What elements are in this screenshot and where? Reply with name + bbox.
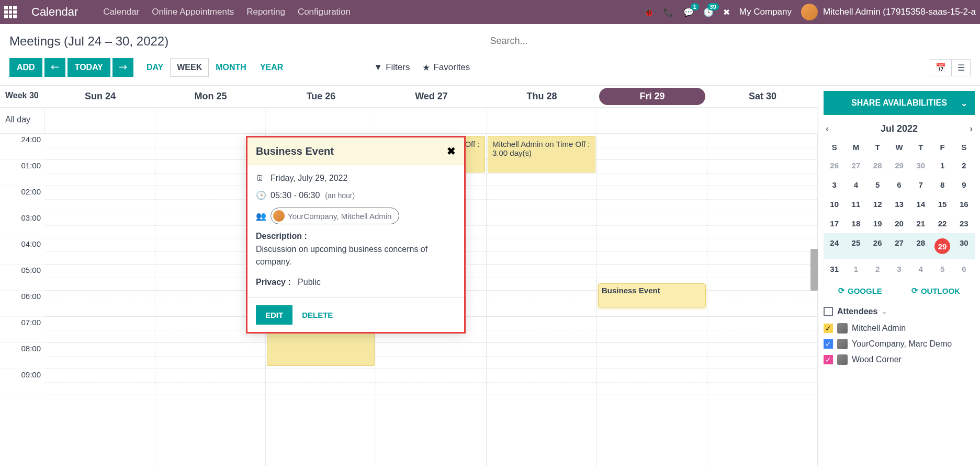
mini-cal-day[interactable]: 23 <box>953 214 975 233</box>
mini-cal-day[interactable]: 4 <box>845 175 866 194</box>
mini-cal-day[interactable]: 24 <box>824 233 845 259</box>
mini-cal-day[interactable]: 30 <box>910 156 931 175</box>
time-slot[interactable] <box>707 317 817 343</box>
time-slot[interactable] <box>487 291 596 317</box>
filters-button[interactable]: ▼Filters <box>374 62 410 73</box>
time-slot[interactable] <box>707 186 817 212</box>
mini-cal-day[interactable]: 5 <box>931 259 953 279</box>
mini-cal-day[interactable]: 1 <box>845 259 866 279</box>
user-menu[interactable]: Mitchell Admin (17915358-saas-15-2-a <box>801 4 976 20</box>
allday-cell[interactable] <box>707 108 818 133</box>
mini-cal-day[interactable]: 22 <box>931 214 953 233</box>
day-col-thu[interactable]: Mitchell Admin on Time Off : 3.00 day(s) <box>487 134 597 466</box>
time-slot[interactable] <box>597 160 707 186</box>
mini-cal-day[interactable]: 6 <box>888 175 910 194</box>
scrollbar[interactable] <box>810 249 818 291</box>
time-slot[interactable] <box>707 343 817 369</box>
mini-cal-day[interactable]: 17 <box>824 214 845 233</box>
mini-cal-day[interactable]: 25 <box>845 233 866 259</box>
list-view-button[interactable]: ☰ <box>952 59 971 76</box>
add-button[interactable]: ADD <box>9 58 42 77</box>
mini-cal-day[interactable]: 30 <box>953 233 975 259</box>
menu-reporting[interactable]: Reporting <box>246 7 285 17</box>
prev-button[interactable]: 🡐 <box>44 58 65 77</box>
allday-cell[interactable] <box>597 108 707 133</box>
edit-button[interactable]: EDIT <box>256 305 292 325</box>
time-slot[interactable] <box>487 343 596 369</box>
time-slot[interactable] <box>597 238 707 265</box>
mini-cal-day[interactable]: 26 <box>867 233 888 259</box>
mini-cal-day[interactable]: 8 <box>931 175 953 194</box>
time-slot[interactable] <box>376 369 486 395</box>
mini-cal-day[interactable]: 3 <box>824 175 845 194</box>
day-header-wed[interactable]: Wed 27 <box>376 86 487 107</box>
time-slot[interactable] <box>597 369 707 395</box>
time-slot[interactable] <box>45 369 155 395</box>
time-slot[interactable] <box>707 134 817 160</box>
time-slot[interactable] <box>707 238 817 265</box>
time-slot[interactable] <box>266 369 376 395</box>
time-slot[interactable] <box>707 265 817 291</box>
time-slot[interactable] <box>155 343 265 369</box>
tools-icon[interactable]: ✖ <box>723 7 730 17</box>
share-availabilities-button[interactable]: SHARE AVAILABILITIES ⌄ <box>824 91 975 115</box>
today-button[interactable]: TODAY <box>67 58 110 77</box>
attendee-checkbox[interactable]: ✓ <box>824 355 833 364</box>
messages-icon[interactable]: 💬1 <box>683 7 694 17</box>
time-slot[interactable] <box>45 160 155 186</box>
time-slot[interactable] <box>597 317 707 343</box>
mini-cal-day[interactable]: 20 <box>888 214 910 233</box>
allday-cell[interactable] <box>266 108 376 133</box>
mini-cal-day[interactable]: 10 <box>824 194 845 214</box>
mini-cal-day[interactable]: 6 <box>953 259 975 279</box>
time-slot[interactable] <box>707 369 817 395</box>
mini-cal-day[interactable]: 7 <box>910 175 931 194</box>
day-col-fri[interactable]: Business Event <box>597 134 707 466</box>
sync-google[interactable]: ⟳GOOGLE <box>838 286 882 295</box>
view-week[interactable]: WEEK <box>170 58 209 77</box>
time-slot[interactable] <box>597 212 707 238</box>
time-slot[interactable] <box>597 343 707 369</box>
time-slot[interactable] <box>45 317 155 343</box>
day-header-fri[interactable]: Fri 29 <box>599 88 705 105</box>
attendee-checkbox[interactable]: ✓ <box>824 324 833 333</box>
time-slot[interactable] <box>487 317 596 343</box>
time-slot[interactable] <box>487 186 596 212</box>
event-business[interactable]: Business Event <box>598 283 706 307</box>
mini-cal-day[interactable]: 4 <box>910 259 931 279</box>
mini-cal-day[interactable]: 2 <box>867 259 888 279</box>
phone-icon[interactable]: 📞 <box>663 7 674 17</box>
mini-cal-prev[interactable]: ‹ <box>826 123 829 134</box>
time-slot[interactable] <box>707 212 817 238</box>
day-header-mon[interactable]: Mon 25 <box>155 86 266 107</box>
company-label[interactable]: My Company <box>739 7 792 17</box>
time-slot[interactable] <box>45 291 155 317</box>
close-icon[interactable]: ✖ <box>447 145 456 157</box>
time-slot[interactable] <box>487 238 596 265</box>
time-slot[interactable] <box>45 265 155 291</box>
mini-cal-day[interactable]: 27 <box>888 233 910 259</box>
delete-button[interactable]: DELETE <box>302 311 333 319</box>
activity-icon[interactable]: 🕓39 <box>703 7 714 17</box>
mini-cal-day[interactable]: 11 <box>845 194 866 214</box>
mini-cal-day[interactable]: 29 <box>931 233 953 259</box>
mini-cal-next[interactable]: › <box>970 123 973 134</box>
mini-cal-day[interactable]: 18 <box>845 214 866 233</box>
day-col-sun[interactable] <box>45 134 155 466</box>
attendee-chip[interactable]: YourCompany, Mitchell Admin <box>271 208 399 224</box>
menu-calendar[interactable]: Calendar <box>103 7 139 17</box>
view-year[interactable]: YEAR <box>253 58 290 77</box>
menu-online-appointments[interactable]: Online Appointments <box>152 7 234 17</box>
time-slot[interactable] <box>487 369 596 395</box>
mini-cal-day[interactable]: 12 <box>867 194 888 214</box>
day-header-sat[interactable]: Sat 30 <box>707 86 818 107</box>
mini-cal-day[interactable]: 21 <box>910 214 931 233</box>
day-header-sun[interactable]: Sun 24 <box>45 86 155 107</box>
day-col-sat[interactable] <box>707 134 818 466</box>
time-slot[interactable] <box>597 186 707 212</box>
menu-configuration[interactable]: Configuration <box>298 7 351 17</box>
apps-icon[interactable] <box>4 6 17 18</box>
time-slot[interactable] <box>45 134 155 160</box>
allday-cell[interactable] <box>376 108 487 133</box>
mini-cal-day[interactable]: 13 <box>888 194 910 214</box>
